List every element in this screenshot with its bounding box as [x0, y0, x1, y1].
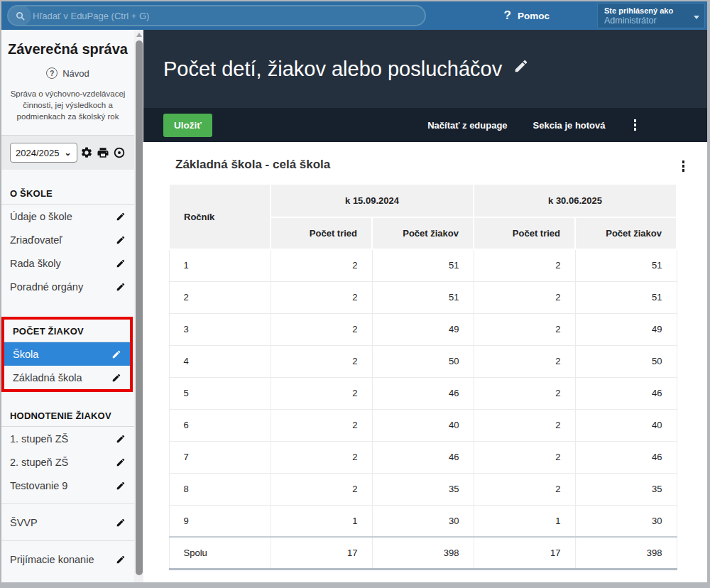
table-row: 3249249 — [169, 313, 677, 345]
sidebar-item-label: Prijímacie konanie — [10, 554, 116, 565]
edit-icon[interactable] — [116, 457, 126, 467]
cell-value: 30 — [575, 505, 677, 537]
sidebar-item-rada-koly[interactable]: Rada školy — [1, 251, 134, 275]
edit-icon[interactable] — [116, 555, 126, 565]
sidebar-item-kola[interactable]: Škola — [4, 342, 130, 366]
sidebar-item-prij-macie-konanie[interactable]: Prijímacie konanie — [1, 548, 134, 571]
column-header-rocnik: Ročník — [169, 184, 271, 249]
printer-icon[interactable] — [97, 146, 109, 159]
divider — [1, 540, 134, 541]
table-kebab-menu[interactable] — [679, 158, 688, 175]
cell-value: 2 — [474, 409, 575, 441]
cell-value: 51 — [575, 281, 677, 313]
sidebar-sections: O ŠKOLEÚdaje o školeZriaďovateľRada škol… — [1, 188, 134, 588]
cell-value: 51 — [372, 249, 474, 281]
edit-icon[interactable] — [111, 373, 121, 383]
sidebar-item-label: 1. stupeň ZŠ — [10, 433, 116, 445]
toolbar-kebab-menu[interactable] — [631, 116, 640, 134]
cell-value: 2 — [474, 281, 575, 313]
save-button[interactable]: Uložiť — [163, 114, 212, 137]
table-card-header: Základná škola - celá škola — [168, 152, 687, 183]
section-done-button[interactable]: Sekcia je hotová — [533, 120, 606, 131]
sidebar-item-2-stupe-z[interactable]: 2. stupeň ZŠ — [1, 450, 134, 474]
row-label: 8 — [169, 473, 271, 505]
row-label: Spolu — [169, 537, 271, 569]
gear-icon[interactable] — [80, 146, 93, 159]
edit-icon[interactable] — [116, 518, 126, 528]
edit-icon[interactable] — [116, 258, 126, 268]
cell-value: 2 — [474, 377, 575, 409]
sidebar-item-z-kladn-kola[interactable]: Základná škola — [4, 366, 130, 389]
sidebar-toolbar: 2024/2025 ⌄ — [1, 135, 134, 170]
school-year-select[interactable]: 2024/2025 ⌄ — [10, 143, 77, 163]
row-label: 7 — [169, 441, 271, 473]
sidebar-item-daje-o-kole[interactable]: Údaje o škole — [1, 205, 134, 228]
row-label: 3 — [169, 313, 271, 345]
sidebar-item-vvp[interactable]: ŠVVP — [1, 511, 134, 534]
account-menu[interactable]: Ste prihlásený ako Administrátor — [597, 3, 705, 28]
cell-value: 398 — [575, 537, 677, 569]
app-window: ? Pomoc Ste prihlásený ako Administrátor… — [0, 0, 710, 588]
cell-value: 2 — [271, 409, 372, 441]
help-label: Pomoc — [518, 11, 550, 21]
row-label: 9 — [169, 505, 271, 537]
cell-value: 46 — [575, 441, 677, 473]
edit-icon[interactable] — [116, 282, 126, 292]
search-icon — [9, 5, 31, 26]
sidebar-item-poradn-org-ny[interactable]: Poradné orgány — [1, 275, 134, 298]
sidebar-section-title: HODNOTENIE ŽIAKOV — [1, 410, 134, 427]
scroll-up-icon — [136, 33, 142, 37]
page-header: Počet detí, žiakov alebo poslucháčov — [143, 30, 707, 108]
row-label: 5 — [169, 377, 271, 409]
table-row: 9130130 — [169, 505, 677, 537]
table-row: 7246246 — [169, 441, 677, 473]
cell-value: 30 — [372, 505, 474, 537]
column-header-pupils1: Počet žiakov — [372, 217, 474, 249]
eye-icon[interactable] — [113, 146, 126, 159]
load-from-edupage-button[interactable]: Načítať z edupage — [427, 120, 507, 131]
cell-value: 17 — [474, 537, 575, 569]
sidebar-section-po-et-iakov: POČET ŽIAKOVŠkolaZákladná škola — [1, 317, 133, 392]
chevron-down-icon: ⌄ — [64, 148, 71, 158]
row-label: 1 — [169, 249, 271, 281]
scrollbar-thumb[interactable] — [136, 40, 143, 575]
sidebar-header: Záverečná správa ? Návod Správa o výchov… — [1, 30, 134, 135]
row-label: 2 — [169, 281, 271, 313]
cell-value: 1 — [271, 505, 372, 537]
main-panel: Počet detí, žiakov alebo poslucháčov Ulo… — [143, 30, 707, 582]
cell-value: 50 — [575, 345, 677, 377]
edit-title-icon[interactable] — [513, 58, 529, 74]
content-area: Základná škola - celá škola Ročník k 15.… — [143, 142, 707, 582]
sidebar-item-label: Základná škola — [13, 372, 111, 383]
column-header-classes1: Počet tried — [271, 217, 372, 249]
sidebar-item-label: Údaje o škole — [10, 211, 116, 222]
sidebar-item-label: ŠVVP — [10, 517, 116, 528]
school-year-value: 2024/2025 — [16, 148, 59, 158]
sidebar-item-testovanie-9[interactable]: Testovanie 9 — [1, 474, 134, 497]
row-label: 6 — [169, 409, 271, 441]
student-count-table: Ročník k 15.09.2024 k 30.06.2025 Počet t… — [168, 183, 677, 570]
guide-link[interactable]: ? Návod — [46, 67, 89, 79]
sidebar-item-label: Testovanie 9 — [10, 480, 116, 491]
sidebar-scrollbar[interactable] — [134, 30, 143, 582]
sidebar-section-title: O ŠKOLE — [1, 188, 134, 205]
edit-icon[interactable] — [116, 481, 126, 491]
global-search[interactable] — [7, 5, 426, 26]
edit-icon[interactable] — [116, 434, 126, 444]
table-row: 5246246 — [169, 377, 677, 409]
question-circle-icon: ? — [46, 67, 58, 79]
sidebar-item-1-stupe-z[interactable]: 1. stupeň ZŠ — [1, 427, 134, 450]
cell-value: 40 — [372, 409, 474, 441]
account-line1: Ste prihlásený ako — [604, 6, 690, 16]
edit-icon[interactable] — [111, 349, 121, 359]
cell-value: 51 — [575, 249, 677, 281]
sidebar-item-zria-ovate[interactable]: Zriaďovateľ — [1, 228, 134, 251]
edit-icon[interactable] — [116, 212, 126, 222]
cell-value: 2 — [271, 441, 372, 473]
search-input[interactable] — [31, 10, 425, 22]
column-group-date2: k 30.06.2025 — [474, 184, 677, 217]
help-link[interactable]: ? Pomoc — [504, 1, 550, 30]
cell-value: 40 — [575, 409, 677, 441]
edit-icon[interactable] — [116, 235, 126, 245]
column-header-pupils2: Počet žiakov — [575, 217, 677, 249]
